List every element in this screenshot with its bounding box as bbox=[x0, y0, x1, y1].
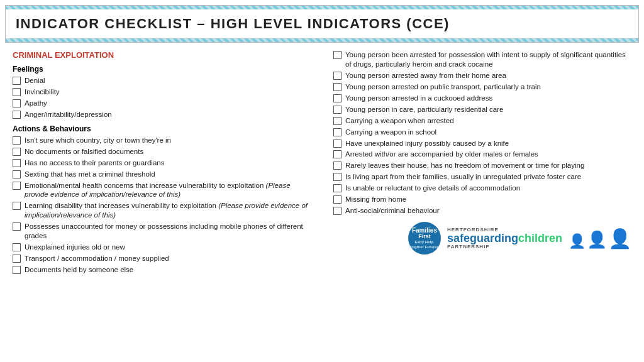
page-title: INDICATOR CHECKLIST – HIGH LEVEL INDICAT… bbox=[16, 16, 628, 32]
item-label: Arrested with/or are accompanied by olde… bbox=[345, 150, 538, 159]
list-item: Young person arrested away from their ho… bbox=[333, 71, 631, 80]
item-label: Unexplained injuries old or new bbox=[25, 243, 125, 252]
checkbox-icon[interactable] bbox=[333, 106, 341, 114]
logo-area: Families First Early Help.Brighter Futur… bbox=[333, 222, 631, 255]
checkbox-icon[interactable] bbox=[13, 77, 21, 85]
list-item: Is unable or reluctant to give details o… bbox=[333, 184, 631, 193]
left-column: CRIMINAL EXPLOITATION Feelings Denial In… bbox=[8, 45, 316, 277]
list-item: Documents held by someone else bbox=[13, 265, 311, 275]
list-item: Possesses unaccounted for money or posse… bbox=[13, 222, 311, 241]
checkbox-icon[interactable] bbox=[333, 83, 341, 91]
list-item: Apathy bbox=[13, 99, 311, 108]
actions-heading: Actions & Behaviours bbox=[13, 124, 311, 133]
list-item: Carrying a weapon when arrested bbox=[333, 116, 631, 126]
right-column: Young person been arrested for possessio… bbox=[328, 45, 636, 277]
item-label: Possesses unaccounted for money or posse… bbox=[25, 222, 311, 241]
list-item: Anger/irritability/depression bbox=[13, 110, 311, 119]
checkbox-icon[interactable] bbox=[333, 140, 341, 148]
list-item: Invincibility bbox=[13, 87, 311, 97]
checkbox-icon[interactable] bbox=[13, 222, 21, 231]
checkbox-icon[interactable] bbox=[13, 202, 21, 210]
item-label: Denial bbox=[25, 76, 45, 85]
checkbox-icon[interactable] bbox=[13, 148, 21, 156]
header-section: INDICATOR CHECKLIST – HIGH LEVEL INDICAT… bbox=[5, 5, 639, 43]
item-label: Young person been arrested for possessio… bbox=[345, 50, 631, 69]
list-item: Young person arrested in a cuckooed addr… bbox=[333, 94, 631, 103]
item-label: Anger/irritability/depression bbox=[25, 110, 112, 119]
checkbox-icon[interactable] bbox=[333, 94, 341, 102]
safeguarding-logo: HERTFORDSHIRE safeguardingchildren PARTN… bbox=[447, 227, 562, 250]
checkbox-icon[interactable] bbox=[333, 162, 341, 170]
person-icon-1: 👤 bbox=[569, 233, 586, 250]
item-label: Invincibility bbox=[25, 87, 60, 97]
item-label: Anti-social/criminal behaviour bbox=[345, 206, 440, 216]
item-label: Is unable or reluctant to give details o… bbox=[345, 184, 520, 193]
item-label: Has no access to their parents or guardi… bbox=[25, 158, 164, 168]
item-label: Documents held by someone else bbox=[25, 265, 133, 275]
item-label: Missing from home bbox=[345, 195, 406, 204]
list-item: Learning disability that increases vulne… bbox=[13, 201, 311, 220]
checkbox-icon[interactable] bbox=[13, 243, 21, 251]
item-label: Young person in care, particularly resid… bbox=[345, 105, 503, 114]
checkbox-icon[interactable] bbox=[13, 182, 21, 190]
list-item: Young person arrested on public transpor… bbox=[333, 82, 631, 92]
item-label: Isn't sure which country, city or town t… bbox=[25, 136, 171, 145]
actions-list: Isn't sure which country, city or town t… bbox=[13, 136, 311, 275]
list-item: Emotional/mental health concerns that in… bbox=[13, 181, 311, 200]
checkbox-icon[interactable] bbox=[333, 207, 341, 215]
list-item: Young person in care, particularly resid… bbox=[333, 105, 631, 114]
item-label: Apathy bbox=[25, 99, 47, 108]
checkbox-icon[interactable] bbox=[13, 170, 21, 178]
list-item: Sexting that has met a criminal threshol… bbox=[13, 170, 311, 179]
feelings-heading: Feelings bbox=[13, 65, 311, 74]
item-label: Rarely leaves their house, has no freedo… bbox=[345, 161, 584, 170]
item-label: Learning disability that increases vulne… bbox=[25, 201, 311, 220]
checkbox-icon[interactable] bbox=[333, 128, 341, 136]
checkbox-icon[interactable] bbox=[333, 150, 341, 158]
checkbox-icon[interactable] bbox=[13, 99, 21, 107]
list-item: No documents or falsified documents bbox=[13, 147, 311, 156]
people-icons: 👤 👤 👤 bbox=[569, 228, 631, 250]
list-item: Denial bbox=[13, 76, 311, 85]
checkbox-icon[interactable] bbox=[333, 51, 341, 59]
checkbox-icon[interactable] bbox=[13, 136, 21, 145]
list-item: Anti-social/criminal behaviour bbox=[333, 206, 631, 216]
item-label: Carrying a weapon in school bbox=[345, 128, 436, 137]
item-label: No documents or falsified documents bbox=[25, 147, 143, 156]
list-item: Has no access to their parents or guardi… bbox=[13, 158, 311, 168]
item-label: Have unexplained injury possibly caused … bbox=[345, 139, 509, 148]
feelings-list: Denial Invincibility Apathy Anger/irrita… bbox=[13, 76, 311, 119]
checkbox-icon[interactable] bbox=[333, 117, 341, 125]
item-label: Young person arrested on public transpor… bbox=[345, 82, 541, 92]
families-first-logo: Families First Early Help.Brighter Futur… bbox=[408, 222, 441, 255]
list-item: Young person been arrested for possessio… bbox=[333, 50, 631, 69]
checkbox-icon[interactable] bbox=[333, 173, 341, 181]
list-item: Is living apart from their families, usu… bbox=[333, 172, 631, 182]
safeguarding-text: safeguardingchildren bbox=[447, 233, 562, 244]
item-label: Carrying a weapon when arrested bbox=[345, 116, 454, 126]
person-icon-2: 👤 bbox=[587, 230, 607, 250]
main-content: CRIMINAL EXPLOITATION Feelings Denial In… bbox=[0, 45, 644, 277]
list-item: Arrested with/or are accompanied by olde… bbox=[333, 150, 631, 159]
section-title: CRIMINAL EXPLOITATION bbox=[13, 50, 311, 60]
right-list: Young person been arrested for possessio… bbox=[333, 50, 631, 216]
list-item: Isn't sure which country, city or town t… bbox=[13, 136, 311, 145]
checkbox-icon[interactable] bbox=[13, 88, 21, 96]
item-label: Young person arrested in a cuckooed addr… bbox=[345, 94, 492, 103]
item-label: Sexting that has met a criminal threshol… bbox=[25, 170, 155, 179]
list-item: Transport / accommodation / money suppli… bbox=[13, 254, 311, 263]
checkbox-icon[interactable] bbox=[333, 184, 341, 192]
checkbox-icon[interactable] bbox=[13, 266, 21, 274]
item-label: Is living apart from their families, usu… bbox=[345, 172, 581, 182]
checkbox-icon[interactable] bbox=[13, 159, 21, 167]
checkbox-icon[interactable] bbox=[13, 111, 21, 119]
item-label: Emotional/mental health concerns that in… bbox=[25, 181, 311, 200]
checkbox-icon[interactable] bbox=[333, 195, 341, 204]
list-item: Have unexplained injury possibly caused … bbox=[333, 139, 631, 148]
item-label: Young person arrested away from their ho… bbox=[345, 71, 506, 80]
checkbox-icon[interactable] bbox=[333, 72, 341, 80]
list-item: Missing from home bbox=[333, 195, 631, 204]
checkbox-icon[interactable] bbox=[13, 255, 21, 263]
partnership-label: PARTNERSHIP bbox=[447, 244, 490, 250]
item-label: Transport / accommodation / money suppli… bbox=[25, 254, 169, 263]
